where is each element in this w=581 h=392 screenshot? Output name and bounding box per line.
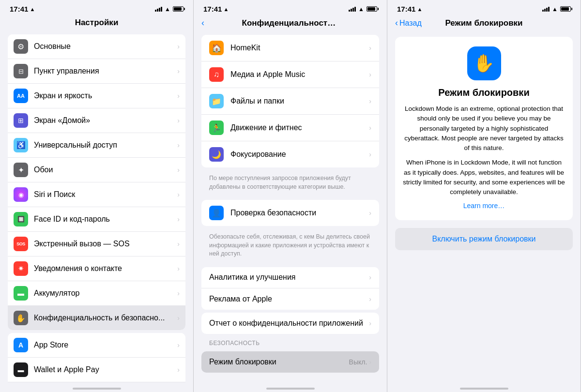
enable-lockdown-button[interactable]: Включить режим блокировки: [395, 228, 573, 250]
chevron-icon: ›: [369, 295, 371, 303]
status-time-3: 17:41: [397, 5, 415, 13]
privacy-icon: ✋: [14, 311, 28, 325]
chevron-icon: ›: [177, 240, 180, 248]
settings-item-oboi[interactable]: ✦ Обои ›: [8, 158, 185, 182]
status-bar-1: 17:41 ▲ ▲: [0, 0, 193, 16]
focus-icon: 🌙: [209, 147, 224, 162]
home-indicator-1: [0, 382, 193, 392]
status-icons-1: ▲: [155, 6, 183, 13]
settings-item-sos[interactable]: SOS Экстренный вызов — SOS ›: [8, 232, 185, 256]
chevron-icon: ›: [177, 289, 180, 297]
privacy-item-files[interactable]: 📁 Файлы и папки ›: [201, 88, 379, 115]
settings-item-osnovnye[interactable]: ⚙ Основные ›: [8, 34, 185, 59]
settings-item-siri[interactable]: ◉ Siri и Поиск ›: [8, 182, 185, 207]
settings-item-faceid[interactable]: 🔲 Face ID и код-пароль ›: [8, 207, 185, 232]
status-bar-2: 17:41 ▲ ▲: [194, 0, 387, 16]
signal-3: [542, 7, 550, 12]
learn-more-link[interactable]: Learn more…: [463, 202, 505, 210]
battery-icon-1: [173, 6, 183, 12]
enable-lockdown-label: Включить режим блокировки: [432, 235, 536, 243]
motion-label: Движение и фитнес: [230, 123, 369, 132]
lockdown-desc1: Lockdown Mode is an extreme, optional pr…: [403, 104, 565, 153]
chevron-icon: ›: [369, 124, 371, 132]
siri-icon: ◉: [14, 187, 28, 202]
privacy-item-homekit[interactable]: 🏠 HomeKit ›: [201, 35, 379, 61]
settings-item-punkt[interactable]: ⊟ Пункт управления ›: [8, 59, 185, 84]
media-icon: ♫: [209, 67, 224, 82]
chevron-icon: ›: [177, 117, 180, 124]
sos-icon: SOS: [14, 237, 28, 251]
privacy-item-lockdown[interactable]: Режим блокировки Выкл. ›: [201, 351, 379, 373]
ekran-icon: AA: [14, 89, 28, 103]
univ-label: Универсальный доступ: [34, 141, 177, 150]
signal-1: [155, 7, 162, 12]
page-title-lockdown: Режим блокировки: [445, 18, 522, 28]
privacy-scroll[interactable]: 🏠 HomeKit › ♫ Медиа и Apple Music › 📁 Фа…: [194, 32, 387, 382]
faceid-label: Face ID и код-пароль: [34, 215, 177, 224]
privacy-item-ads[interactable]: Реклама от Apple ›: [201, 288, 379, 310]
lockdown-desc2: When iPhone is in Lockdown Mode, it will…: [403, 158, 565, 197]
privacy-item-report[interactable]: Отчет о конфиденциальности приложений ›: [201, 313, 379, 334]
privacy-item-media[interactable]: ♫ Медиа и Apple Music ›: [201, 61, 379, 88]
lockdown-scroll[interactable]: ✋ Режим блокировки Lockdown Mode is an e…: [387, 32, 581, 382]
chevron-icon: ›: [177, 92, 180, 100]
settings-item-ekran[interactable]: AA Экран и яркость ›: [8, 84, 185, 108]
settings-item-battery[interactable]: ▬ Аккумулятор ›: [8, 281, 185, 306]
osnovnye-label: Основные: [34, 42, 177, 51]
wifi-icon-1: ▲: [165, 6, 170, 13]
lockdown-hand-icon: ✋: [473, 53, 495, 74]
privacy-group-apps: 🏠 HomeKit › ♫ Медиа и Apple Music › 📁 Фа…: [201, 35, 379, 167]
privacy-item-focus[interactable]: 🌙 Фокусирование ›: [201, 141, 379, 167]
chevron-icon: ›: [369, 209, 371, 217]
page-title-privacy: Конфиденциальность и безопасно...: [242, 18, 339, 28]
ekran-label: Экран и яркость: [34, 91, 177, 100]
analytics-label: Аналитика и улучшения: [209, 273, 369, 282]
privacy-panel: 17:41 ▲ ▲ ‹ Конфиденциальность и безопас…: [194, 0, 387, 392]
homekit-icon: 🏠: [209, 41, 224, 55]
settings-group-apps: A App Store › ▬ Wallet и Apple Pay › 🔑 П…: [8, 333, 185, 382]
home-indicator-3: [387, 382, 581, 392]
lockdown-label: Режим блокировки: [209, 358, 349, 366]
home-icon: ⊞: [14, 113, 28, 128]
wifi-icon-2: ▲: [358, 6, 364, 13]
privacy-label: Конфиденциальность и безопасно...: [34, 314, 177, 322]
privacy-item-analytics[interactable]: Аналитика и улучшения ›: [201, 267, 379, 288]
chevron-icon: ›: [177, 67, 180, 75]
privacy-note: По мере поступления запросов приложения …: [194, 170, 387, 197]
privacy-group-report: Отчет о конфиденциальности приложений ›: [201, 313, 379, 334]
homekit-label: HomeKit: [230, 44, 369, 52]
lockdown-panel: 17:41 ▲ ▲ ‹ Назад Режим блокировки ✋: [387, 0, 581, 392]
chevron-icon: ›: [177, 215, 180, 223]
signal-2: [349, 7, 356, 12]
status-icons-2: ▲: [349, 6, 377, 13]
files-icon: 📁: [209, 94, 224, 108]
settings-item-appstore[interactable]: A App Store ›: [8, 333, 185, 358]
location-icon-3: ▲: [417, 6, 422, 12]
home-indicator-2: [194, 382, 387, 392]
settings-scroll[interactable]: ⚙ Основные › ⊟ Пункт управления › AA Экр…: [0, 31, 193, 382]
chevron-icon: ›: [177, 141, 180, 149]
safety-label: Проверка безопасности: [230, 209, 369, 217]
chevron-icon: ›: [369, 71, 371, 78]
privacy-group-security: Режим блокировки Выкл. ›: [201, 351, 379, 373]
privacy-item-motion[interactable]: 🏃 Движение и фитнес ›: [201, 115, 379, 141]
battery-icon-2: [367, 6, 377, 12]
back-button-3[interactable]: ‹ Назад: [395, 18, 422, 28]
chevron-icon: ›: [177, 191, 180, 198]
settings-item-univ[interactable]: ♿ Универсальный доступ ›: [8, 133, 185, 158]
home-label: Экран «Домой»: [34, 116, 177, 125]
settings-item-privacy[interactable]: ✋ Конфиденциальность и безопасно... ›: [8, 306, 185, 330]
chevron-icon: ›: [177, 265, 180, 272]
settings-item-wallet[interactable]: ▬ Wallet и Apple Pay ›: [8, 358, 185, 382]
oboi-label: Обои: [34, 166, 177, 174]
settings-item-home[interactable]: ⊞ Экран «Домой» ›: [8, 108, 185, 133]
location-icon-2: ▲: [223, 6, 229, 12]
status-time-1: 17:41: [10, 5, 28, 13]
chevron-icon: ›: [369, 44, 371, 52]
privacy-group-safety: 👤 Проверка безопасности ›: [201, 200, 379, 226]
battery-label: Аккумулятор: [34, 289, 177, 298]
settings-item-contact[interactable]: ✷ Уведомления о контакте ›: [8, 256, 185, 281]
back-button-2[interactable]: ‹: [201, 18, 204, 28]
status-time-2: 17:41: [203, 5, 222, 13]
privacy-item-safety[interactable]: 👤 Проверка безопасности ›: [201, 200, 379, 226]
